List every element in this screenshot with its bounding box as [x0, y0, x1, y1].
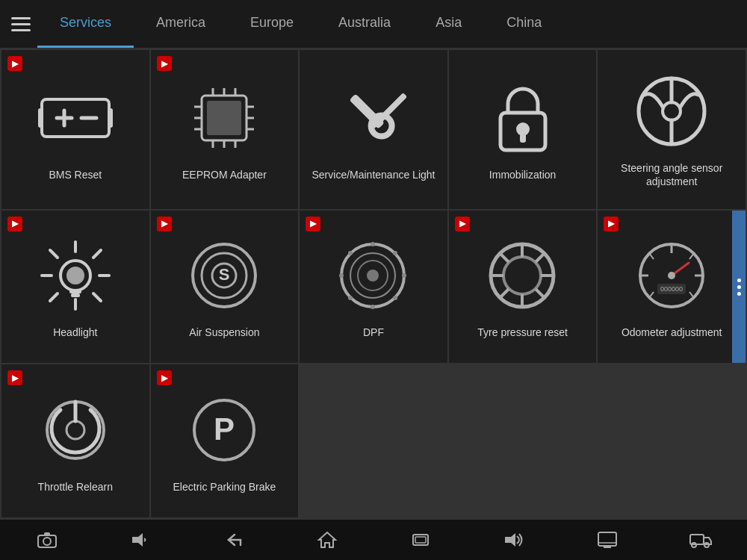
svg-line-74: [649, 292, 654, 298]
svg-marker-91: [505, 533, 515, 547]
odometer-label: Odometer adjustment: [622, 326, 722, 339]
svg-rect-7: [207, 101, 241, 135]
grid-item-odometer[interactable]: ▶ 000000 Odometer adjustment: [598, 211, 746, 364]
odometer-icon: 000000: [630, 234, 713, 317]
svg-point-54: [348, 251, 353, 255]
tab-america[interactable]: America: [134, 0, 228, 48]
svg-line-65: [500, 253, 509, 262]
grid-item-eeprom[interactable]: ▶ EEPROM A: [151, 50, 299, 209]
header: Services America Europe Australia Asia C…: [0, 0, 747, 49]
grid-item-bms-reset[interactable]: ▶ BMS Reset: [1, 50, 149, 209]
badge-throttle: ▶: [7, 370, 22, 385]
camera-button[interactable]: [28, 525, 66, 555]
tab-services[interactable]: Services: [37, 0, 134, 48]
svg-text:P: P: [214, 411, 235, 447]
steering-label: Steering angle sensor adjustment: [605, 161, 738, 188]
screen-button[interactable]: [589, 525, 626, 555]
tab-asia[interactable]: Asia: [413, 0, 484, 48]
parking-icon: P: [183, 389, 265, 471]
grid-item-air-suspension[interactable]: ▶ S Air Suspension: [151, 211, 299, 364]
grid-item-service[interactable]: Service/Maintenance Light: [300, 50, 447, 209]
headlight-icon: [34, 234, 117, 317]
svg-line-36: [93, 293, 101, 301]
truck-button[interactable]: [682, 525, 719, 555]
svg-point-86: [43, 538, 51, 545]
bottom-bar: [0, 519, 747, 560]
svg-marker-88: [132, 533, 143, 547]
grid-item-immobilization[interactable]: Immobilization: [449, 50, 597, 209]
svg-line-71: [689, 253, 694, 259]
eeprom-icon: [183, 77, 265, 159]
svg-line-38: [50, 293, 58, 301]
throttle-label: Throttle Relearn: [38, 480, 113, 494]
grid-item-tyre[interactable]: ▶ Tyre pressure reset: [449, 211, 597, 364]
svg-point-60: [503, 257, 541, 294]
services-grid: ▶ BMS Reset ▶: [0, 49, 747, 519]
suspension-label: Air Suspension: [189, 326, 259, 339]
dpf-label: DPF: [363, 326, 384, 339]
svg-point-28: [663, 102, 681, 120]
grid-item-dpf[interactable]: ▶ DPF: [300, 211, 447, 364]
svg-rect-2: [108, 108, 113, 128]
badge-bms: ▶: [7, 56, 22, 71]
dpf-icon: [332, 234, 415, 317]
svg-rect-26: [520, 134, 526, 143]
svg-point-58: [367, 270, 379, 281]
volume-up-button[interactable]: [495, 525, 533, 555]
grid-item-parking[interactable]: ▶ P Electric Parking Brake: [151, 364, 299, 517]
nav-tabs: Services America Europe Australia Asia C…: [37, 0, 740, 48]
badge-tyre: ▶: [455, 217, 470, 231]
svg-line-37: [93, 250, 101, 258]
bms-label: BMS Reset: [49, 168, 102, 181]
tab-australia[interactable]: Australia: [316, 0, 413, 48]
svg-point-56: [348, 296, 353, 300]
throttle-icon: [34, 389, 117, 471]
svg-line-76: [649, 253, 654, 259]
side-panel: [732, 211, 746, 364]
svg-line-68: [500, 289, 509, 298]
badge-dpf: ▶: [306, 217, 320, 231]
grid-item-steering[interactable]: Steering angle sensor adjustment: [598, 50, 746, 209]
svg-point-53: [402, 273, 406, 278]
svg-point-40: [66, 267, 84, 284]
grid-item-throttle[interactable]: ▶ Throttle Relearn: [1, 364, 149, 517]
svg-rect-41: [69, 289, 81, 293]
svg-rect-92: [598, 532, 616, 546]
svg-point-51: [371, 305, 375, 309]
svg-point-52: [339, 273, 344, 278]
tyre-icon: [482, 234, 564, 317]
badge-headlight: ▶: [7, 217, 22, 231]
svg-rect-87: [44, 532, 50, 536]
svg-point-82: [66, 421, 84, 439]
svg-text:000000: 000000: [660, 285, 683, 293]
service-icon: [332, 77, 415, 159]
menu-button[interactable]: [7, 9, 37, 39]
badge-parking: ▶: [157, 370, 172, 385]
svg-rect-90: [415, 537, 426, 543]
svg-line-35: [50, 250, 58, 258]
service-label: Service/Maintenance Light: [311, 168, 435, 181]
immobilization-icon: [482, 77, 564, 159]
svg-rect-42: [71, 293, 80, 297]
eeprom-label: EEPROM Adapter: [182, 168, 267, 181]
parking-label: Electric Parking Brake: [173, 480, 276, 494]
svg-point-50: [371, 242, 375, 246]
headlight-label: Headlight: [53, 326, 97, 339]
suspension-icon: S: [183, 234, 265, 317]
badge-suspension: ▶: [157, 217, 172, 231]
tab-china[interactable]: China: [484, 0, 564, 48]
steering-icon: [630, 70, 713, 152]
bms-icon: [34, 77, 117, 159]
badge-odometer: ▶: [604, 217, 619, 231]
tab-europe[interactable]: Europe: [228, 0, 316, 48]
volume-down-button[interactable]: [122, 525, 159, 555]
svg-point-55: [393, 251, 397, 255]
back-button[interactable]: [215, 525, 252, 555]
home-button[interactable]: [309, 525, 346, 555]
svg-line-67: [536, 253, 545, 262]
svg-line-73: [689, 292, 694, 298]
recent-button[interactable]: [402, 525, 439, 555]
grid-item-headlight[interactable]: ▶ Headlight: [1, 211, 149, 364]
svg-point-57: [393, 296, 397, 300]
svg-point-78: [668, 272, 675, 279]
